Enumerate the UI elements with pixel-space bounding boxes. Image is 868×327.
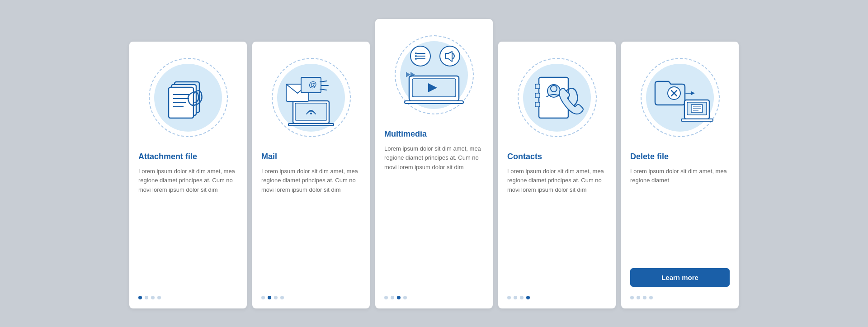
dot-1 xyxy=(507,296,511,299)
dot-1 xyxy=(384,296,388,299)
cards-container: Attachment file Lorem ipsum dolor sit di… xyxy=(129,19,739,308)
dot-3 xyxy=(520,296,524,299)
icon-area-delete xyxy=(630,52,730,143)
svg-rect-36 xyxy=(535,102,540,107)
dot-3 xyxy=(397,296,401,299)
card-multimedia: Multimedia Lorem ipsum dolor sit dim ame… xyxy=(375,19,493,308)
attachment-file-icon xyxy=(159,68,217,127)
svg-point-28 xyxy=(440,46,460,66)
mail-icon: @ xyxy=(279,68,343,127)
card-delete-file: Delete file Lorem ipsum dolor sit dim am… xyxy=(621,42,739,308)
learn-more-button[interactable]: Learn more xyxy=(630,268,730,287)
dot-4 xyxy=(157,296,161,299)
svg-rect-49 xyxy=(681,119,713,121)
dot-2 xyxy=(637,296,640,299)
dots-contacts xyxy=(507,296,530,299)
multimedia-icon xyxy=(398,43,470,107)
dots-multimedia xyxy=(384,296,407,299)
dots-delete xyxy=(630,296,653,299)
dot-2 xyxy=(268,296,271,299)
svg-marker-42 xyxy=(691,91,695,95)
dot-2 xyxy=(391,296,394,299)
svg-rect-8 xyxy=(295,103,327,120)
svg-rect-34 xyxy=(535,84,540,89)
contacts-icon xyxy=(525,66,589,129)
icon-area-attachment xyxy=(138,52,238,143)
dot-4 xyxy=(526,296,530,299)
dots-attachment xyxy=(138,296,161,299)
card-title-multimedia: Multimedia xyxy=(384,129,427,139)
dot-1 xyxy=(138,296,142,299)
svg-rect-10 xyxy=(288,123,334,126)
card-text-attachment: Lorem ipsum dolor sit dim amet, mea regi… xyxy=(138,167,238,287)
card-text-contacts: Lorem ipsum dolor sit dim amet, mea regi… xyxy=(507,167,607,287)
dot-4 xyxy=(280,296,284,299)
card-text-delete: Lorem ipsum dolor sit dim amet, mea regi… xyxy=(630,167,730,261)
card-contacts: Contacts Lorem ipsum dolor sit dim amet,… xyxy=(498,42,616,308)
card-attachment-file: Attachment file Lorem ipsum dolor sit di… xyxy=(129,42,247,308)
card-title-attachment: Attachment file xyxy=(138,152,197,161)
icon-area-multimedia xyxy=(384,30,484,120)
card-title-delete: Delete file xyxy=(630,152,669,161)
svg-text:@: @ xyxy=(309,80,317,89)
svg-point-9 xyxy=(310,113,312,114)
dots-mail xyxy=(261,296,284,299)
svg-point-26 xyxy=(415,55,417,57)
card-text-mail: Lorem ipsum dolor sit dim amet, mea regi… xyxy=(261,167,361,287)
svg-point-25 xyxy=(415,52,417,54)
dot-2 xyxy=(514,296,517,299)
dot-2 xyxy=(145,296,148,299)
dot-3 xyxy=(274,296,278,299)
dot-4 xyxy=(403,296,407,299)
dot-1 xyxy=(261,296,265,299)
svg-point-27 xyxy=(415,58,417,60)
card-title-mail: Mail xyxy=(261,152,277,161)
card-text-multimedia: Lorem ipsum dolor sit dim amet, mea regi… xyxy=(384,144,484,287)
dot-1 xyxy=(630,296,634,299)
card-title-contacts: Contacts xyxy=(507,152,542,161)
dot-4 xyxy=(649,296,653,299)
card-mail: @ Mail Lorem ipsum dolor sit dim amet, m… xyxy=(252,42,370,308)
svg-rect-35 xyxy=(535,93,540,98)
svg-rect-20 xyxy=(405,101,463,104)
dot-3 xyxy=(643,296,646,299)
dot-3 xyxy=(151,296,155,299)
icon-area-contacts xyxy=(507,52,607,143)
delete-file-icon xyxy=(646,66,714,129)
icon-area-mail: @ xyxy=(261,52,361,143)
